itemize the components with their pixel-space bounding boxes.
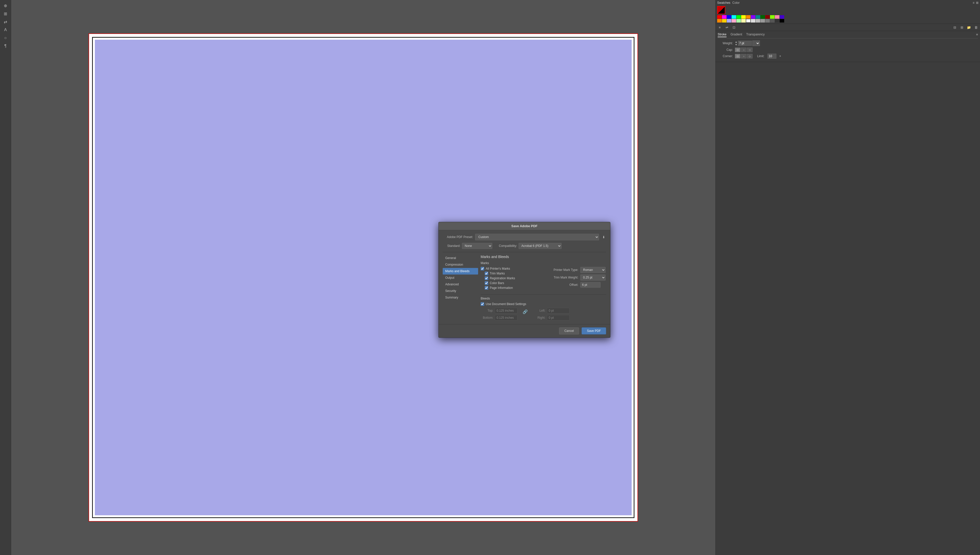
swatch-blue1[interactable] [727,15,731,19]
tab-swatches[interactable]: Swatches [717,1,730,5]
tool-type[interactable]: A [2,26,10,34]
swatch-magenta[interactable] [722,15,727,19]
right-panel: Swatches Color ≡ ⊞ [715,0,980,555]
swatch-dk-gray[interactable] [775,19,780,22]
swatch-darkgreen[interactable] [760,15,765,19]
swatch-gray3[interactable] [770,19,775,22]
image-icon[interactable]: ⊡ [731,25,736,30]
swatch-yellow[interactable] [741,15,746,19]
nav-advanced[interactable]: Advanced [443,281,478,288]
cap-butt[interactable]: ⊡ [735,48,741,52]
save-pdf-button[interactable]: Save PDF [582,327,606,334]
folder-icon[interactable]: 📁 [966,25,971,30]
swatch-red[interactable] [717,15,722,19]
cap-round[interactable]: ○ [741,48,746,52]
trim-marks-checkbox[interactable] [485,272,488,275]
panel-menu-icon[interactable]: ≡ [976,33,978,37]
swatch-lt-green[interactable] [736,19,741,22]
tool-paragraph[interactable]: ¶ [2,42,10,50]
page-info-label: Page Information [490,286,513,290]
cap-label: Cap: [718,48,733,51]
weight-up-icon[interactable]: ▲▼ [735,40,738,46]
offset-input[interactable] [580,282,601,288]
swatch-cream[interactable] [741,19,746,22]
panel-icons: ≡ ⊞ [973,1,978,5]
clone-icon[interactable]: ⊞ [959,25,964,30]
all-printers-marks-checkbox[interactable] [481,267,484,270]
tool-arrow[interactable]: ⇄ [2,18,10,25]
registration-marks-label: Registration Marks [490,276,515,280]
corner-bevel[interactable]: ◇ [747,54,752,58]
swatch-teal[interactable] [755,15,760,19]
preset-select[interactable]: Custom High Quality Print PDF/X-1a:2001 … [475,234,599,240]
download-preset-icon[interactable]: ⬇ [601,234,606,239]
tab-color[interactable]: Color [732,1,740,5]
bleeds-section: Bleeds Use Document Bleed Settings Top: [481,294,606,321]
tab-transparency[interactable]: Transparency [746,33,765,37]
cap-square[interactable]: □ [747,48,752,52]
nav-marks-bleeds[interactable]: Marks and Bleeds [443,268,478,274]
swatch-gray1[interactable] [760,19,765,22]
printer-mark-type-select[interactable]: Roman Japanese [580,267,606,273]
swatch-lt-blue[interactable] [727,19,731,22]
tool-select[interactable]: ⊕ [2,2,10,9]
swatch-purple[interactable] [751,15,755,19]
cancel-button[interactable]: Cancel [559,327,579,334]
left-bleed-input [547,308,570,313]
corner-miter[interactable]: ⊡ [735,54,741,58]
use-bleed-checkbox[interactable] [481,302,484,306]
trim-marks-label: Trim Marks [490,272,505,275]
align-icon[interactable]: ≡ [717,25,722,30]
swatch-pink[interactable] [775,15,780,19]
swatch-gold[interactable] [722,19,727,22]
compat-select[interactable]: Acrobat 6 (PDF 1.5) Acrobat 4 (PDF 1.3) … [518,243,561,249]
weight-input[interactable] [738,41,752,46]
swatch-lt-gray2[interactable] [755,19,760,22]
swatch-lt-pink[interactable] [731,19,736,22]
nav-output[interactable]: Output [443,274,478,281]
dialog-content: General Compression Marks and Bleeds Out… [443,252,606,321]
all-printers-marks-label: All Printer's Marks [486,267,510,270]
dialog-main-content: Marks and Bleeds Marks All Printer's Mar… [478,255,606,321]
tab-gradient[interactable]: Gradient [731,33,742,37]
trim-mark-weight-select[interactable]: 0.25 pt 0.5 pt 1 pt [580,274,606,281]
corner-round[interactable]: ○ [741,54,746,58]
nav-general[interactable]: General [443,255,478,261]
panel-header: Swatches Color ≡ ⊞ [717,1,978,5]
swatch-cyan[interactable] [731,15,736,19]
grid2-icon[interactable]: ⊟ [952,25,957,30]
standard-select[interactable]: None PDF/X-1a:2001 PDF/X-3:2002 PDF/X-4:… [462,243,492,249]
swatch-lime[interactable] [770,15,775,19]
top-bleed-input [495,308,518,313]
swatch-darkred[interactable] [765,15,770,19]
swatch-white[interactable] [746,19,751,22]
swap-icon[interactable]: ⇌ [724,25,729,30]
nav-summary[interactable]: Summary [443,294,478,301]
nav-security[interactable]: Security [443,288,478,294]
foreground-swatch[interactable] [717,6,725,14]
grid-icon[interactable]: ≡ [973,1,974,5]
weight-unit-select[interactable]: pt [752,40,760,46]
swatch-black[interactable] [780,19,784,22]
link-bleed-icon[interactable]: 🔗 [523,310,528,314]
swatch-green[interactable] [736,15,741,19]
swatch-orange2[interactable] [717,19,722,22]
registration-marks-checkbox[interactable] [485,276,488,280]
color-bars-checkbox[interactable] [485,281,488,285]
corner-buttons: ⊡ ○ ◇ [735,54,752,58]
tool-grid[interactable]: ⊞ [2,10,10,17]
close-limit-icon[interactable]: × [780,55,781,58]
page-info-checkbox[interactable] [485,286,488,290]
registration-marks-row: Registration Marks [485,276,541,280]
trash-icon[interactable]: 🗑 [974,25,978,30]
tool-shape[interactable]: ○ [2,34,10,42]
swatch-lt-gray1[interactable] [751,19,755,22]
menu-icon[interactable]: ⊞ [976,1,978,5]
limit-input[interactable] [768,54,776,59]
swatch-gray2[interactable] [765,19,770,22]
swatch-indigo[interactable] [780,15,784,19]
tab-stroke[interactable]: Stroke [718,33,727,37]
bottom-bleed-row: Bottom: [481,315,518,321]
nav-compression[interactable]: Compression [443,261,478,268]
swatch-orange[interactable] [746,15,751,19]
